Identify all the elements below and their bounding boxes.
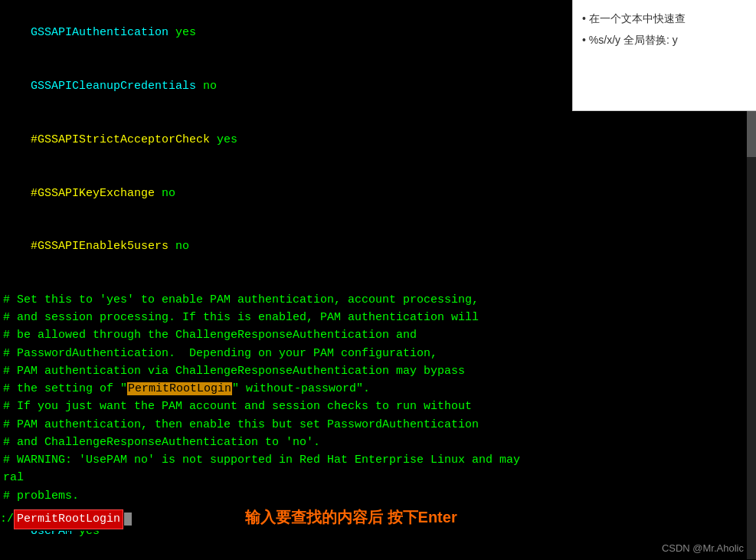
comment-10: # WARNING: 'UsePAM no' is not supported … [3,451,753,469]
search-label: :/ [0,511,14,529]
line-gssapi-strict: #GSSAPIStrictAcceptorCheck yes [3,113,753,167]
watermark: CSDN @Mr.Aholic [662,542,744,554]
line-gssapi-key: #GSSAPIKeyExchange no [3,166,753,220]
comment-4: # PasswordAuthentication. Depending on y… [3,345,753,362]
blank-line-1 [3,273,753,291]
comment-6: # the setting of "PermitRootLogin" witho… [3,380,753,398]
highlight-permitrootlogin: PermitRootLogin [127,382,232,395]
sidebar-panel: 在一个文本中快速查 %s/x/y 全局替换: y [572,0,756,111]
hint-text: 输入要查找的内容后 按下Enter [245,507,457,528]
search-input-box[interactable]: :/PermitRootLogin [0,509,132,530]
search-bar[interactable]: :/PermitRootLogin [0,508,132,532]
sidebar-item-1: 在一个文本中快速查 [582,8,747,29]
comment-3: # be allowed through the ChallengeRespon… [3,326,753,344]
comment-8: # PAM authentication, then enable this b… [3,416,753,434]
comment-5: # PAM authentication via ChallengeRespon… [3,362,753,380]
comment-1: # Set this to 'yes' to enable PAM authen… [3,291,753,309]
comment-9: # and ChallengeResponseAuthentication to… [3,434,753,451]
scrollbar[interactable] [747,111,756,559]
scrollbar-thumb[interactable] [747,111,756,157]
search-term-input[interactable]: PermitRootLogin [14,509,123,530]
line-gssapi-k5: #GSSAPIEnablek5users no [3,220,753,273]
cursor [124,513,132,526]
comment-11: ral [3,469,753,486]
comment-12: # problems. [3,487,753,505]
comment-7: # If you just want the PAM account and s… [3,398,753,415]
sidebar-item-2: %s/x/y 全局替换: y [582,29,747,51]
comment-2: # and session processing. If this is ena… [3,309,753,326]
